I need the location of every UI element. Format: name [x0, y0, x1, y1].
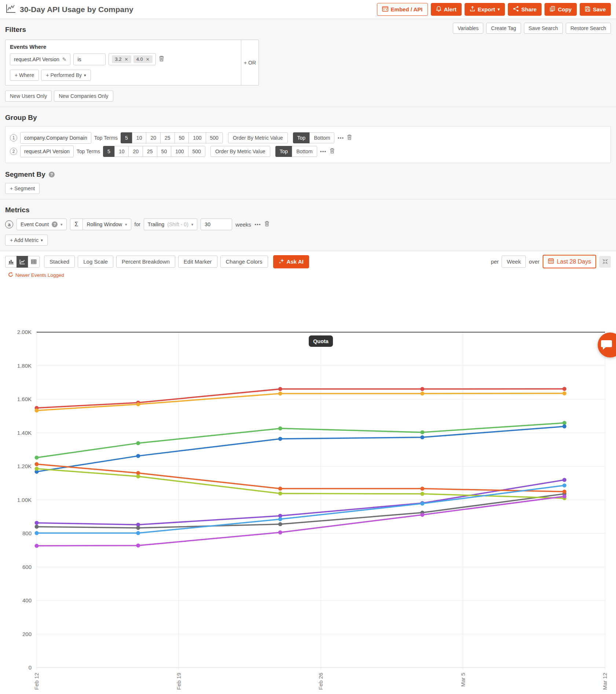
add-or-button[interactable]: + OR	[241, 40, 258, 85]
term-option[interactable]: 50	[157, 146, 172, 157]
data-point[interactable]	[278, 522, 282, 526]
line-chart-view-button[interactable]	[16, 256, 28, 268]
new-users-only-button[interactable]: New Users Only	[5, 91, 52, 102]
term-option[interactable]: 25	[143, 146, 157, 157]
ask-ai-button[interactable]: Ask AI	[273, 255, 309, 268]
data-point[interactable]	[35, 462, 39, 466]
order-by-metric-button[interactable]: Order By Metric Value	[228, 132, 288, 143]
data-point[interactable]	[420, 430, 424, 434]
data-point[interactable]	[420, 492, 424, 496]
group-field-button[interactable]: request.API Version	[20, 146, 74, 157]
trailing-button[interactable]: Trailing (Shift - 0) ▾	[144, 219, 198, 230]
data-point[interactable]	[562, 484, 566, 488]
trash-icon[interactable]	[159, 55, 164, 63]
series-line[interactable]	[37, 494, 564, 528]
term-option[interactable]: 10	[132, 132, 147, 143]
data-point[interactable]	[278, 530, 282, 535]
order-by-metric-button[interactable]: Order By Metric Value	[210, 146, 270, 157]
add-where-button[interactable]: + Where	[10, 70, 39, 81]
series-line[interactable]	[37, 469, 564, 498]
bottom-option[interactable]: Bottom	[292, 146, 317, 157]
data-point[interactable]	[136, 454, 140, 458]
data-point[interactable]	[562, 391, 566, 395]
data-point[interactable]	[278, 392, 282, 396]
alert-button[interactable]: Alert	[431, 3, 462, 16]
filter-values-box[interactable]: 3.2 ✕ 4.0 ✕	[109, 53, 155, 65]
more-options-icon[interactable]: ⋯	[320, 148, 327, 155]
stacked-button[interactable]: Stacked	[44, 256, 75, 268]
data-point[interactable]	[136, 543, 140, 547]
filter-operator-button[interactable]: is	[73, 54, 106, 65]
data-point[interactable]	[35, 408, 39, 412]
data-point[interactable]	[420, 502, 424, 506]
copy-button[interactable]: Copy	[544, 3, 577, 16]
top-option[interactable]: Top	[275, 146, 293, 157]
data-point[interactable]	[420, 392, 424, 396]
close-icon[interactable]: ✕	[125, 57, 128, 62]
save-button[interactable]: Save	[580, 3, 611, 16]
more-options-icon[interactable]: ⋯	[337, 134, 344, 142]
top-option[interactable]: Top	[293, 132, 310, 143]
data-point[interactable]	[420, 387, 424, 391]
data-point[interactable]	[136, 526, 140, 530]
series-line[interactable]	[37, 464, 564, 492]
term-option[interactable]: 20	[128, 146, 143, 157]
new-companies-only-button[interactable]: New Companies Only	[54, 91, 113, 102]
data-point[interactable]	[420, 486, 424, 491]
term-option[interactable]: 50	[175, 132, 189, 143]
series-line[interactable]	[37, 423, 564, 458]
data-point[interactable]	[278, 426, 282, 430]
collapse-icon[interactable]	[599, 256, 611, 268]
trash-icon[interactable]	[264, 221, 270, 228]
refresh-notice[interactable]: Newer Events Logged	[0, 268, 616, 278]
term-option[interactable]: 5	[121, 132, 132, 143]
data-point[interactable]	[35, 521, 39, 525]
bar-chart-view-button[interactable]	[5, 256, 17, 268]
data-point[interactable]	[35, 467, 39, 471]
help-icon[interactable]: ?	[49, 172, 55, 177]
series-line[interactable]	[37, 426, 564, 472]
data-point[interactable]	[562, 387, 566, 391]
term-option[interactable]: 500	[206, 132, 223, 143]
data-point[interactable]	[278, 517, 282, 521]
data-point[interactable]	[420, 513, 424, 517]
data-point[interactable]	[562, 490, 566, 494]
percent-breakdown-button[interactable]: Percent Breakdown	[116, 256, 175, 268]
series-line[interactable]	[37, 393, 564, 411]
close-icon[interactable]: ✕	[146, 57, 150, 62]
embed-api-button[interactable]: Embed / API	[377, 3, 428, 16]
term-option[interactable]: 25	[160, 132, 175, 143]
term-option[interactable]: 500	[188, 146, 205, 157]
share-button[interactable]: Share	[508, 3, 542, 16]
add-metric-button[interactable]: + Add Metric ▾	[5, 235, 48, 246]
aggregation-button[interactable]: Rolling Window ▾	[82, 219, 131, 230]
data-point[interactable]	[278, 387, 282, 391]
interval-button[interactable]: Week	[502, 256, 526, 268]
data-point[interactable]	[278, 437, 282, 441]
log-scale-button[interactable]: Log Scale	[78, 256, 113, 268]
term-option[interactable]: 100	[171, 146, 188, 157]
term-option[interactable]: 20	[146, 132, 161, 143]
trash-icon[interactable]	[330, 148, 335, 155]
create-tag-button[interactable]: Create Tag	[486, 23, 521, 34]
date-range-button[interactable]: Last 28 Days	[543, 255, 596, 268]
data-point[interactable]	[420, 435, 424, 439]
window-value-input[interactable]: 30	[201, 219, 232, 230]
data-point[interactable]	[136, 441, 140, 445]
term-option[interactable]: 5	[103, 146, 115, 157]
line-chart[interactable]: 02004006008001.00K1.20K1.40K1.60K1.80K2.…	[0, 278, 616, 693]
add-segment-button[interactable]: + Segment	[5, 183, 40, 194]
data-point[interactable]	[35, 544, 39, 548]
data-point[interactable]	[35, 456, 39, 460]
data-point[interactable]	[278, 492, 282, 496]
metric-type-button[interactable]: Event Count ? ▾	[16, 219, 67, 230]
data-point[interactable]	[278, 486, 282, 491]
add-performed-by-button[interactable]: + Performed By ▾	[41, 70, 91, 81]
table-view-button[interactable]	[28, 256, 40, 268]
variables-button[interactable]: Variables	[453, 23, 483, 34]
bottom-option[interactable]: Bottom	[309, 132, 334, 143]
data-point[interactable]	[35, 531, 39, 535]
data-point[interactable]	[136, 402, 140, 406]
group-field-button[interactable]: company.Company Domain	[20, 132, 91, 144]
term-option[interactable]: 10	[114, 146, 129, 157]
